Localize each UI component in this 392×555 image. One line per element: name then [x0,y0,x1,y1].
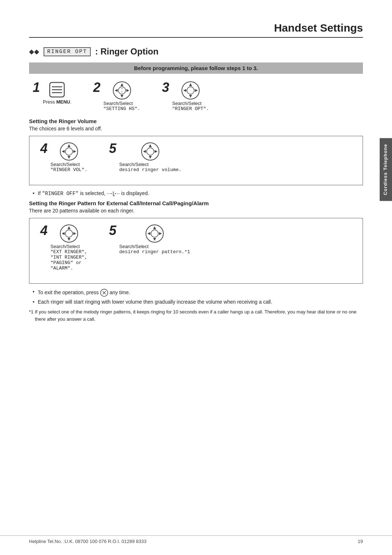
svg-marker-39 [73,232,76,235]
nav-button-5-vol-icon [141,142,160,161]
step-1-labels: Press MENU. [43,99,72,105]
ringer-volume-text: The choices are 6 levels and off. [29,126,363,131]
footer-page-number: 19 [358,539,363,544]
ringer-off-mono: "RINGER OFF" [42,191,79,197]
diamonds-icon: ◆◆ [29,48,39,56]
step-5-pat-sub: desired ringer pattern.*1 [119,249,190,255]
menu-button-icon [48,81,66,98]
step-4-pat-sub3: "PAGING" or [50,260,87,266]
ringer-off-bullet-list: If "RINGER OFF" is selected, ···· is dis… [29,190,363,197]
nav-button-4-vol-icon [60,142,78,161]
bottom-bullet-list: To exit the operation, press any time. E… [29,289,363,305]
step-2-sub: "SETTING HS". [103,106,140,112]
svg-marker-17 [195,89,198,92]
svg-marker-21 [68,156,70,159]
svg-point-35 [65,230,73,237]
step-3-label: Search/Select [172,101,209,106]
steps-45-pattern-box: 4 Search/Select "EXT RINGER", "INT RINGE… [29,218,363,284]
svg-marker-36 [68,226,70,229]
step-3-icon-group: Search/Select "RINGER OPT". [172,81,209,112]
step-1-number: 1 [33,81,40,94]
step-3-sub: "RINGER OPT". [172,106,209,112]
footer-helpline: Helpline Tel.No. :U.K. 08700 100 076 R.O… [29,539,147,544]
nav-button-3-icon [181,81,200,100]
step-4-vol-number: 4 [40,142,48,155]
step-4-pat-number: 4 [40,224,48,237]
step-2-icon-group: ▲ ▼ Search/Select "SETTING HS". [103,81,140,112]
step-4-pat-sub2: "INT RINGER", [50,255,87,260]
svg-marker-14 [189,83,192,86]
step-5-pat: 5 Search/Select desired ringer pattern.*… [109,224,190,255]
svg-point-19 [65,148,73,155]
step-2-labels: Search/Select "SETTING HS". [103,101,140,112]
off-button-icon [100,289,108,297]
step-5-vol-icon-group: Search/Select desired ringer volume. [119,142,181,173]
step-5-vol-labels: Search/Select desired ringer volume. [119,162,181,173]
section-title: : Ringer Option [95,46,159,57]
step-5-vol: 5 Search/Select desired ringer volume. [109,142,181,173]
menu-bold: MENU [56,99,70,105]
svg-marker-37 [68,238,70,241]
step-1-icon-group: Press MENU. [43,81,72,105]
svg-text:▲: ▲ [121,87,123,89]
step-5-pat-number: 5 [109,224,116,237]
svg-marker-29 [155,150,158,153]
nav-button-4-pat-icon [60,224,78,243]
sidebar-tab: Cordless Telephone [380,138,392,201]
nav-button-5-pat-icon [145,224,164,243]
step-4-vol-label: Search/Select [50,162,87,167]
step-4-pat-sub1: "EXT RINGER", [50,249,87,255]
step-4-pat-label: Search/Select [50,244,87,249]
lcd-badge: RINGER OPT [44,47,91,56]
step-4-pat: 4 Search/Select "EXT RINGER", "INT RINGE… [40,224,87,271]
exit-bullet: To exit the operation, press any time. [33,289,363,297]
svg-marker-8 [115,89,118,92]
ringer-pattern-heading: Setting the Ringer Pattern for External … [29,200,363,206]
svg-marker-38 [62,232,65,235]
svg-marker-16 [183,89,186,92]
svg-point-13 [187,87,194,94]
before-banner: Before programming, please follow steps … [29,62,363,74]
svg-point-25 [147,148,154,155]
page-container: Handset Settings ◆◆ RINGER OPT : Ringer … [0,0,392,555]
step-1: 1 Press MENU. [33,81,72,105]
svg-text:▼: ▼ [121,91,123,93]
footnote: *1 If you select one of the melody ringe… [29,308,363,323]
ringer-pattern-text: There are 20 patterns available on each … [29,208,363,214]
svg-marker-42 [153,226,156,229]
steps-45-pattern-row: 4 Search/Select "EXT RINGER", "INT RINGE… [37,224,355,271]
svg-marker-7 [121,95,123,98]
step-3-number: 3 [162,81,169,94]
step-5-pat-icon-group: Search/Select desired ringer pattern.*1 [119,224,190,255]
svg-marker-45 [159,232,162,235]
page-title: Handset Settings [29,22,363,38]
step-5-vol-sub: desired ringer volume. [119,167,181,173]
step-4-pat-icon-group: Search/Select "EXT RINGER", "INT RINGER"… [50,224,87,271]
step-5-vol-label: Search/Select [119,162,181,167]
step-2-number: 2 [93,81,101,94]
steps-123-row: 1 Press MENU. 2 [29,81,363,112]
step-4-vol: 4 Search/Select "RINGER VOL". [40,142,87,173]
svg-marker-23 [73,150,76,153]
svg-marker-15 [189,95,192,98]
svg-marker-28 [143,150,146,153]
svg-marker-43 [153,238,156,241]
step-2-label: Search/Select [103,101,140,106]
svg-marker-20 [68,144,70,147]
svg-marker-9 [126,89,129,92]
svg-point-41 [151,230,158,237]
svg-marker-6 [121,83,123,86]
volume-increase-bullet: Each ringer will start ringing with lowe… [33,299,363,305]
step-4-pat-sub4: "ALARM". [50,266,87,271]
steps-45-volume-box: 4 Search/Select "RINGER VOL". [29,136,363,185]
svg-marker-26 [149,144,152,147]
steps-45-volume-row: 4 Search/Select "RINGER VOL". [37,142,355,173]
step-4-vol-icon-group: Search/Select "RINGER VOL". [50,142,87,173]
svg-marker-44 [147,232,150,235]
step-3: 3 Search/Select "RINGER OPT". [162,81,209,112]
footer: Helpline Tel.No. :U.K. 08700 100 076 R.O… [0,535,392,544]
svg-marker-27 [149,156,152,159]
nav-button-2-icon: ▲ ▼ [113,81,131,100]
step-3-labels: Search/Select "RINGER OPT". [172,101,209,112]
step-5-vol-number: 5 [109,142,116,155]
